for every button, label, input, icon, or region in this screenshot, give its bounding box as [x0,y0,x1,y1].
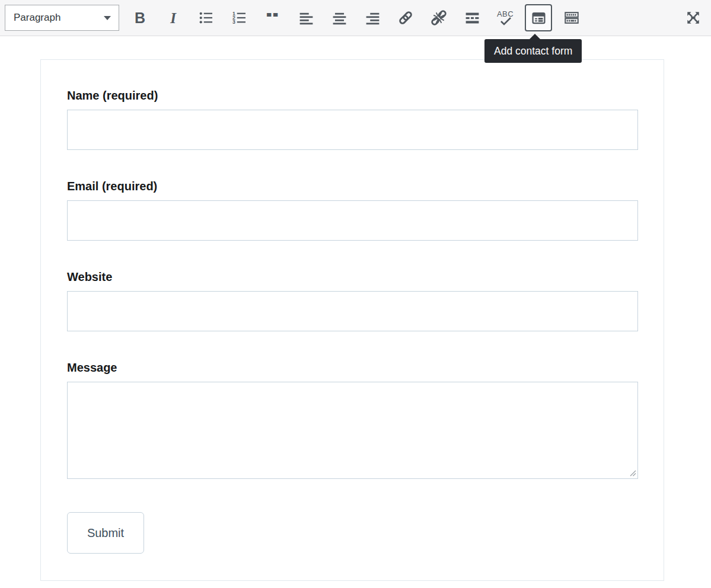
contact-form-icon [531,10,547,26]
editor-canvas[interactable]: Name (required) Email (required) Website… [0,37,711,588]
message-textarea[interactable] [67,382,638,479]
spellcheck-icon: ABC [497,10,514,26]
align-left-icon [298,9,315,27]
blockquote-button[interactable]: “ [261,5,285,31]
align-right-button[interactable] [361,5,384,31]
bold-button[interactable]: B [128,5,152,31]
email-field-label: Email (required) [67,180,638,193]
add-contact-form-button[interactable] [525,4,552,31]
tooltip-arrow [529,34,541,40]
link-icon [397,9,415,27]
textarea-resize-grip-icon[interactable] [630,470,636,477]
wordpress-editor-screen: Paragraph B I 1 2 3 [0,0,711,588]
read-more-tag-icon [464,9,481,27]
insert-read-more-button[interactable] [460,5,484,31]
name-field-label: Name (required) [67,89,638,102]
add-contact-form-tooltip: Add contact form [484,39,582,63]
align-center-button[interactable] [327,5,351,31]
numbered-list-icon: 1 2 3 [231,9,248,27]
message-textarea-wrap [67,382,638,479]
paragraph-format-value: Paragraph [14,12,60,24]
paragraph-format-dropdown[interactable]: Paragraph [5,5,119,31]
toolbar-toggle-icon [563,9,580,26]
bold-icon: B [135,11,145,25]
align-right-icon [364,9,381,27]
message-field-label: Message [67,361,638,374]
insert-link-button[interactable] [394,5,417,31]
numbered-list-button[interactable]: 1 2 3 [228,5,251,31]
italic-button[interactable]: I [161,5,185,31]
spellcheck-button[interactable]: ABC [493,5,517,31]
unlink-icon [430,9,448,27]
contact-form-preview: Name (required) Email (required) Website… [40,59,664,581]
submit-button[interactable]: Submit [67,512,144,554]
editor-toolbar: Paragraph B I 1 2 3 [0,0,711,36]
italic-icon: I [170,11,176,25]
caret-down-icon [104,16,111,20]
svg-text:3: 3 [232,19,235,25]
blockquote-icon: “ [264,13,282,31]
toolbar-toggle-button[interactable] [560,5,584,31]
bulleted-list-icon [197,9,215,27]
fullscreen-button[interactable] [681,5,705,31]
align-left-button[interactable] [294,5,318,31]
align-center-icon [331,9,348,27]
bulleted-list-button[interactable] [195,5,218,31]
tooltip-label: Add contact form [494,45,572,57]
website-field-label: Website [67,270,638,283]
website-input[interactable] [67,291,638,331]
remove-link-button[interactable] [427,5,451,31]
fullscreen-icon [684,9,702,27]
email-input[interactable] [67,200,638,241]
name-input[interactable] [67,110,638,150]
